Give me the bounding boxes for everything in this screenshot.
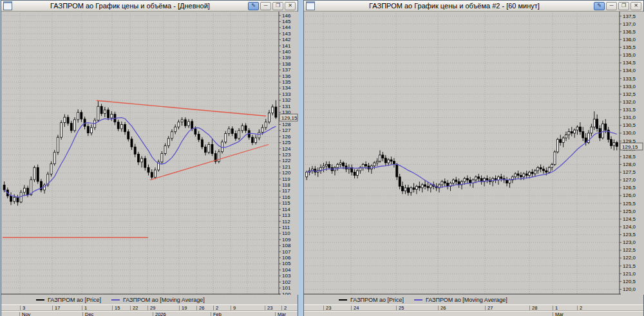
svg-text:124,5: 124,5: [623, 216, 636, 222]
price-series-swatch: [339, 299, 347, 301]
price-series-label: ГАЗПРОМ ао [Price]: [350, 297, 404, 303]
date-ruler-days[interactable]: 23242526272812: [304, 304, 643, 311]
window-icon: [306, 1, 315, 10]
window-titlebar[interactable]: ГАЗПРОМ ао График цены и объёма #2 - [60…: [304, 1, 643, 12]
svg-text:126: 126: [282, 134, 291, 140]
ruler-label: 19: [182, 305, 187, 311]
svg-text:144: 144: [282, 24, 291, 30]
window-title: ГАЗПРОМ ао График цены и объёма #2 - [60…: [315, 2, 594, 10]
svg-text:122: 122: [282, 158, 291, 163]
svg-text:123,5: 123,5: [623, 232, 636, 237]
svg-text:137,5: 137,5: [623, 14, 636, 19]
restore-button[interactable]: ❐: [272, 2, 283, 10]
svg-text:136,5: 136,5: [623, 29, 636, 35]
ruler-divider: [396, 306, 397, 310]
svg-text:141: 141: [282, 43, 291, 49]
svg-text:119: 119: [282, 176, 290, 182]
ruler-divider: [265, 306, 265, 310]
svg-text:126,5: 126,5: [623, 185, 636, 191]
ruler-label: Nov: [22, 311, 30, 316]
ruler-label: 24: [354, 305, 359, 311]
chart-window-hourly: ГАЗПРОМ ао График цены и объёма #2 - [60…: [303, 0, 644, 316]
ruler-divider: [211, 312, 211, 316]
svg-text:137,0: 137,0: [623, 21, 636, 27]
close-button[interactable]: ✕: [285, 2, 296, 10]
svg-text:130,0: 130,0: [623, 130, 636, 136]
svg-text:127: 127: [282, 127, 291, 133]
ruler-label: Dec: [85, 311, 93, 316]
chart-legend: ГАЗПРОМ ао [Price] ГАЗПРОМ ао [Moving Av…: [304, 295, 643, 304]
chart-window-daily: ГАЗПРОМ ао График цены и объёма - [Дневн…: [1, 0, 298, 316]
svg-text:131,0: 131,0: [623, 115, 636, 120]
svg-text:121: 121: [282, 164, 291, 170]
close-button[interactable]: ✕: [630, 2, 641, 10]
svg-text:128: 128: [282, 122, 291, 127]
ma-series-label: ГАЗПРОМ ао [Moving Average]: [426, 297, 507, 303]
svg-text:127,5: 127,5: [623, 169, 636, 175]
ma-series-swatch: [111, 299, 120, 301]
minimize-button[interactable]: ─: [606, 2, 617, 10]
svg-text:116: 116: [282, 194, 290, 200]
mdi-workspace: ГАЗПРОМ ао График цены и объёма - [Дневн…: [0, 0, 644, 316]
ruler-label: 23: [326, 305, 331, 311]
svg-text:135,0: 135,0: [623, 52, 636, 58]
ruler-label: 29: [150, 305, 155, 311]
ruler-label: 27: [488, 305, 493, 311]
svg-text:115: 115: [282, 200, 290, 206]
ruler-label: 1: [84, 305, 87, 311]
svg-text:100: 100: [282, 292, 291, 295]
ruler-label: 2: [216, 305, 218, 311]
svg-text:105: 105: [282, 261, 291, 266]
ruler-divider: [130, 306, 131, 310]
svg-text:136,0: 136,0: [623, 37, 636, 42]
ruler-label: 1: [555, 305, 558, 311]
ruler-label: 25: [399, 305, 404, 311]
svg-text:126,0: 126,0: [623, 192, 636, 198]
ruler-divider: [147, 306, 148, 310]
ruler-divider: [153, 312, 153, 316]
svg-text:124: 124: [282, 146, 291, 152]
ruler-label: 22: [133, 305, 138, 311]
ruler-divider: [485, 306, 486, 310]
svg-text:138: 138: [282, 61, 291, 67]
window-titlebar[interactable]: ГАЗПРОМ ао График цены и объёма - [Дневн…: [1, 1, 298, 12]
ruler-divider: [179, 306, 180, 310]
ruler-divider: [52, 306, 53, 310]
price-chart-daily[interactable]: 1461451441431421411401391381371361351341…: [1, 12, 299, 295]
svg-text:129,15: 129,15: [622, 144, 638, 150]
ruler-divider: [20, 306, 21, 310]
window-icon: [3, 1, 12, 10]
svg-text:140: 140: [282, 49, 291, 55]
draw-tool-button[interactable]: ✎: [594, 2, 605, 10]
svg-text:120: 120: [282, 170, 291, 176]
svg-text:101: 101: [282, 285, 291, 291]
price-chart-hourly[interactable]: 137,5137,0136,5136,0135,5135,0134,5134,0…: [304, 12, 644, 295]
date-ruler-days[interactable]: 3171152229192629232: [1, 304, 298, 311]
svg-text:134: 134: [282, 85, 291, 91]
svg-text:139: 139: [282, 55, 291, 60]
svg-text:123: 123: [282, 152, 291, 158]
ruler-divider: [553, 312, 553, 316]
svg-text:143: 143: [282, 31, 291, 37]
ruler-divider: [553, 306, 553, 310]
svg-text:121,0: 121,0: [623, 271, 636, 277]
date-ruler-months[interactable]: NovDec2026FebMar: [1, 311, 298, 316]
ruler-divider: [281, 306, 282, 310]
svg-text:122,5: 122,5: [623, 247, 636, 253]
svg-text:106: 106: [282, 255, 291, 261]
restore-button[interactable]: ❐: [618, 2, 629, 10]
draw-tool-button[interactable]: ✎: [248, 2, 259, 10]
ruler-label: 26: [440, 305, 446, 311]
ruler-label: Mar: [555, 311, 564, 316]
svg-text:103: 103: [282, 273, 291, 279]
ruler-divider: [351, 306, 352, 310]
svg-text:132: 132: [282, 97, 291, 103]
date-ruler-months[interactable]: Mar: [304, 311, 643, 316]
minimize-button[interactable]: ─: [260, 2, 271, 10]
svg-text:102: 102: [282, 279, 291, 285]
ruler-label: Feb: [213, 311, 222, 316]
svg-text:125,0: 125,0: [623, 209, 636, 214]
ruler-label: 26: [199, 305, 204, 311]
svg-text:133,0: 133,0: [623, 84, 636, 89]
ruler-label: 9: [233, 305, 236, 311]
